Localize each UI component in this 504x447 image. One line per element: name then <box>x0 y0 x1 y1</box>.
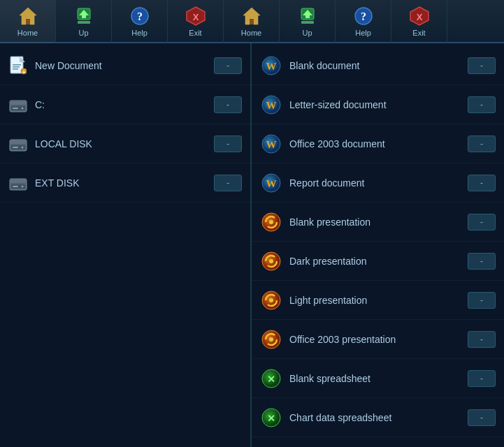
exit-icon2: X <box>408 5 431 27</box>
svg-point-53 <box>269 259 273 263</box>
new-document-label: New Document <box>35 60 207 71</box>
svg-rect-13 <box>301 21 314 24</box>
help-icon2: ? <box>352 5 375 27</box>
writer-icon-2: W <box>260 133 282 155</box>
toolbar: Home Up ? Help X Exit <box>0 0 504 43</box>
chart-spreadsheet-btn[interactable]: - <box>468 409 496 426</box>
local-disk-btn[interactable]: - <box>214 135 242 152</box>
writer-icon-1: W <box>260 94 282 116</box>
toolbar-up2-label: Up <box>302 29 312 37</box>
list-item: Office 2003 presentation - <box>252 320 504 359</box>
toolbar-home-label: Home <box>17 29 38 37</box>
svg-text:?: ? <box>137 10 143 22</box>
local-disk-icon <box>8 134 28 154</box>
c-drive-btn[interactable]: - <box>214 96 242 113</box>
blank-spreadsheet-label: Blank spreadsheet <box>289 373 461 384</box>
svg-point-29 <box>22 107 24 109</box>
svg-text:W: W <box>266 100 277 111</box>
svg-rect-28 <box>13 108 18 109</box>
list-item: + New Document - <box>0 46 250 85</box>
light-presentation-btn[interactable]: - <box>468 292 496 309</box>
list-item: ✕ Chart data spreadsheet - <box>252 398 504 437</box>
up-icon2 <box>296 5 319 27</box>
list-item: W Report document - <box>252 163 504 203</box>
help-icon: ? <box>129 5 151 27</box>
svg-rect-21 <box>13 66 20 68</box>
list-item: W Office 2003 document - <box>252 124 504 163</box>
list-item: Dark presentation - <box>252 242 504 281</box>
toolbar-help2-label: Help <box>355 29 371 37</box>
toolbar-up-btn[interactable]: Up <box>56 0 112 43</box>
toolbar-help-btn[interactable]: ? Help <box>112 0 168 43</box>
svg-rect-38 <box>13 186 18 187</box>
list-item: ✕ Blank spreadsheet - <box>252 359 504 398</box>
toolbar-home2-btn[interactable]: Home <box>224 0 280 43</box>
blank-document-btn[interactable]: - <box>468 57 496 74</box>
c-drive-icon <box>8 95 28 115</box>
calc-icon-1: ✕ <box>260 406 282 429</box>
list-item: EXT DISK - <box>0 163 250 203</box>
writer-icon-3: W <box>260 172 282 194</box>
svg-rect-4 <box>78 21 90 24</box>
toolbar-home2-label: Home <box>241 29 261 37</box>
impress-icon-1 <box>260 250 282 272</box>
exit-icon: X <box>185 5 207 27</box>
right-panel: W Blank document - W <box>252 43 504 447</box>
list-item: W Blank document - <box>252 46 504 85</box>
dark-presentation-label: Dark presentation <box>289 256 461 267</box>
toolbar-exit-label: Exit <box>189 29 201 37</box>
blank-presentation-btn[interactable]: - <box>468 214 496 230</box>
svg-point-56 <box>269 298 273 302</box>
report-doc-label: Report document <box>289 177 461 189</box>
home-icon2 <box>240 5 263 27</box>
light-presentation-label: Light presentation <box>289 295 461 306</box>
svg-point-59 <box>269 337 273 342</box>
new-document-btn[interactable]: - <box>214 57 242 74</box>
toolbar-up2-btn[interactable]: Up <box>280 0 336 43</box>
svg-text:X: X <box>192 12 199 22</box>
list-item: W Letter-sized document - <box>252 85 504 124</box>
dark-presentation-btn[interactable]: - <box>468 253 496 270</box>
svg-text:W: W <box>266 61 277 72</box>
toolbar-help2-btn[interactable]: ? Help <box>336 0 391 43</box>
office2003-presentation-btn[interactable]: - <box>468 331 496 348</box>
svg-rect-31 <box>10 140 27 144</box>
office2003-presentation-label: Office 2003 presentation <box>289 334 461 345</box>
toolbar-exit2-btn[interactable]: X Exit <box>391 0 447 43</box>
letter-sized-label: Letter-sized document <box>289 99 461 110</box>
toolbar-exit2-label: Exit <box>412 29 425 37</box>
impress-icon-2 <box>260 289 282 312</box>
list-item: C: - <box>0 85 250 124</box>
svg-rect-10 <box>250 19 254 24</box>
home-icon <box>17 5 39 27</box>
svg-rect-26 <box>10 101 27 105</box>
svg-text:+: + <box>22 69 26 75</box>
toolbar-home-btn[interactable]: Home <box>0 0 56 43</box>
svg-text:W: W <box>266 178 277 189</box>
blank-presentation-label: Blank presentation <box>289 217 461 228</box>
office2003-doc-btn[interactable]: - <box>468 135 496 152</box>
chart-spreadsheet-label: Chart data spreadsheet <box>289 412 461 423</box>
calc-icon-0: ✕ <box>260 367 282 390</box>
local-disk-label: LOCAL DISK <box>35 138 207 149</box>
list-item: Blank presentation - <box>252 203 504 242</box>
writer-icon-0: W <box>260 54 282 77</box>
svg-text:✕: ✕ <box>267 413 275 424</box>
toolbar-exit-btn[interactable]: X Exit <box>168 0 224 43</box>
ext-disk-label: EXT DISK <box>35 177 207 189</box>
svg-rect-22 <box>13 68 18 70</box>
ext-disk-btn[interactable]: - <box>214 175 242 191</box>
svg-rect-36 <box>10 179 27 183</box>
svg-point-50 <box>269 220 273 224</box>
left-panel: + New Document - C: - <box>0 43 252 447</box>
report-doc-btn[interactable]: - <box>468 175 496 191</box>
svg-rect-1 <box>26 19 30 24</box>
blank-document-label: Blank document <box>289 60 461 71</box>
blank-spreadsheet-btn[interactable]: - <box>468 370 496 387</box>
toolbar-up-label: Up <box>78 29 88 37</box>
letter-sized-btn[interactable]: - <box>468 96 496 113</box>
list-item: LOCAL DISK - <box>0 124 250 163</box>
office2003-doc-label: Office 2003 document <box>289 138 461 149</box>
up-icon <box>73 5 95 27</box>
svg-text:?: ? <box>361 10 366 22</box>
